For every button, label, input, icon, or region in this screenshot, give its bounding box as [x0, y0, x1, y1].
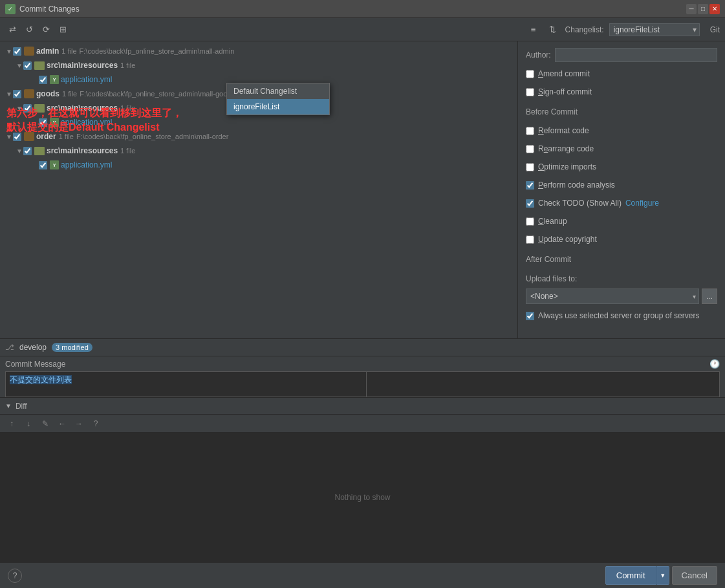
nothing-to-show: Nothing to show — [334, 493, 390, 502]
title-bar: ✓ Commit Changes ─ □ ✕ — [0, 0, 725, 18]
group-by-button[interactable]: ⊞ — [56, 23, 70, 37]
expand-all-button[interactable]: ⇄ — [5, 23, 19, 37]
reformat-checkbox[interactable] — [526, 127, 534, 135]
rearrange-checkbox[interactable] — [526, 145, 534, 153]
tree-checkbox[interactable] — [23, 104, 32, 113]
upload-select[interactable]: <None> — [526, 289, 699, 304]
changelist-dropdown[interactable]: Default Changelist ignoreFileList — [226, 83, 330, 115]
tree-checkbox[interactable] — [39, 76, 47, 84]
author-row: Author: — [526, 48, 717, 62]
tree-meta: 1 file — [120, 147, 135, 155]
cleanup-checkbox[interactable] — [526, 217, 534, 226]
tree-label: application.yml — [61, 160, 112, 169]
commit-button[interactable]: Commit — [605, 566, 656, 585]
filter-button[interactable]: ⇅ — [546, 23, 560, 37]
branch-icon: ⎇ — [5, 343, 14, 352]
author-label: Author: — [526, 50, 551, 60]
help-button[interactable]: ? — [8, 569, 22, 583]
diff-label: Diff — [16, 402, 27, 411]
diff-section: ▼ Diff ↑ ↓ ✎ ← → ? Nothing to show — [0, 397, 725, 562]
tree-checkbox[interactable] — [13, 47, 21, 56]
status-bar: ⎇ develop 3 modified — [0, 338, 725, 356]
tree-label: order — [36, 132, 56, 141]
signoff-checkbox[interactable] — [526, 88, 534, 96]
dropdown-item-default[interactable]: Default Changelist — [227, 83, 329, 99]
cleanup-row: Cleanup — [526, 217, 717, 226]
changelist-select[interactable]: Default Changelist ignoreFileList — [609, 23, 700, 36]
copyright-checkbox[interactable] — [526, 235, 534, 244]
rollback-button[interactable]: ↺ — [22, 23, 36, 37]
optimize-row: Optimize imports — [526, 162, 717, 171]
tree-checkbox[interactable] — [39, 118, 47, 127]
tree-meta: 1 file — [59, 133, 74, 140]
module-icon — [24, 132, 34, 141]
modified-badge[interactable]: 3 modified — [52, 343, 92, 352]
commit-message-text[interactable]: 不提交的文件列表 — [5, 371, 367, 397]
diff-help-button[interactable]: ? — [89, 417, 102, 430]
tree-checkbox[interactable] — [39, 161, 47, 169]
tree-row[interactable]: ▼ src\main\resources 1 file — [0, 58, 517, 72]
tree-label: goods — [36, 89, 60, 98]
minimize-button[interactable]: ─ — [686, 4, 697, 14]
refresh-button[interactable]: ⟳ — [39, 23, 53, 37]
tree-row[interactable]: ▼ src\main\resources 1 file — [0, 144, 517, 158]
dropdown-item-ignore[interactable]: ignoreFileList — [227, 99, 329, 114]
action-bar: ? Commit ▾ Cancel — [0, 562, 725, 588]
close-button[interactable]: ✕ — [709, 4, 720, 14]
optimize-checkbox[interactable] — [526, 163, 534, 171]
tree-label: src\main\resources — [47, 146, 118, 155]
analyze-row: Perform code analysis — [526, 180, 717, 190]
upload-browse-button[interactable]: … — [702, 289, 717, 304]
window-title: Commit Changes — [19, 5, 686, 14]
tree-label: src\main\resources — [47, 61, 118, 70]
tree-arrow: ▼ — [16, 105, 23, 112]
clock-icon[interactable]: 🕐 — [709, 359, 720, 369]
always-use-checkbox[interactable] — [526, 312, 534, 320]
amend-checkbox[interactable] — [526, 70, 534, 78]
diff-toolbar: ↑ ↓ ✎ ← → ? — [0, 415, 725, 433]
tree-arrow: ▼ — [5, 91, 13, 98]
commit-message-label: Commit Message — [5, 360, 65, 369]
signoff-label: Sign-off commit — [538, 87, 592, 96]
author-input[interactable] — [555, 48, 717, 62]
yaml-file-icon: Y — [50, 160, 59, 169]
todo-checkbox[interactable] — [526, 199, 534, 208]
commit-text-selected: 不提交的文件列表 — [10, 375, 72, 384]
after-commit-title: After Commit — [526, 255, 717, 264]
diff-header[interactable]: ▼ Diff — [0, 398, 725, 415]
cancel-button[interactable]: Cancel — [672, 566, 717, 585]
tree-checkbox[interactable] — [23, 147, 32, 155]
maximize-button[interactable]: □ — [698, 4, 708, 14]
copyright-row: Update copyright — [526, 235, 717, 244]
diff-next-button[interactable]: → — [72, 417, 85, 430]
folder-icon — [34, 104, 45, 113]
sort-button[interactable]: ≡ — [526, 23, 541, 37]
signoff-row: Sign-off commit — [526, 87, 717, 96]
module-icon — [24, 89, 34, 98]
app-icon: ✓ — [5, 4, 16, 14]
diff-up-button[interactable]: ↑ — [5, 417, 18, 430]
rearrange-label: Rearrange code — [538, 144, 594, 153]
git-label: Git — [710, 25, 720, 34]
tree-checkbox[interactable] — [23, 61, 32, 70]
tree-checkbox[interactable] — [13, 90, 21, 98]
tree-checkbox[interactable] — [13, 133, 21, 141]
upload-label: Upload files to: — [526, 274, 717, 283]
tree-meta: 1 file — [62, 90, 77, 98]
analyze-label: Perform code analysis — [538, 180, 615, 190]
tree-arrow: ▼ — [16, 62, 23, 69]
diff-prev-button[interactable]: ← — [56, 417, 69, 430]
diff-down-button[interactable]: ↓ — [22, 417, 35, 430]
tree-label: application.yml — [61, 118, 112, 127]
diff-edit-button[interactable]: ✎ — [39, 417, 52, 430]
copyright-label: Update copyright — [538, 235, 597, 244]
main-container: ⇄ ↺ ⟳ ⊞ ≡ ⇅ Changelist: Default Changeli… — [0, 18, 725, 588]
toolbar-right: ≡ ⇅ Changelist: Default Changelist ignor… — [526, 23, 720, 37]
analyze-checkbox[interactable] — [526, 181, 534, 190]
tree-row[interactable]: Y application.yml — [0, 115, 517, 129]
configure-link[interactable]: Configure — [625, 199, 659, 208]
tree-row[interactable]: ▼ order 1 file F:\codes\back\fp_online_s… — [0, 129, 517, 144]
commit-dropdown-button[interactable]: ▾ — [656, 566, 669, 585]
tree-row[interactable]: ▼ admin 1 file F:\codes\back\fp_online_s… — [0, 44, 517, 58]
tree-row[interactable]: Y application.yml — [0, 158, 517, 172]
